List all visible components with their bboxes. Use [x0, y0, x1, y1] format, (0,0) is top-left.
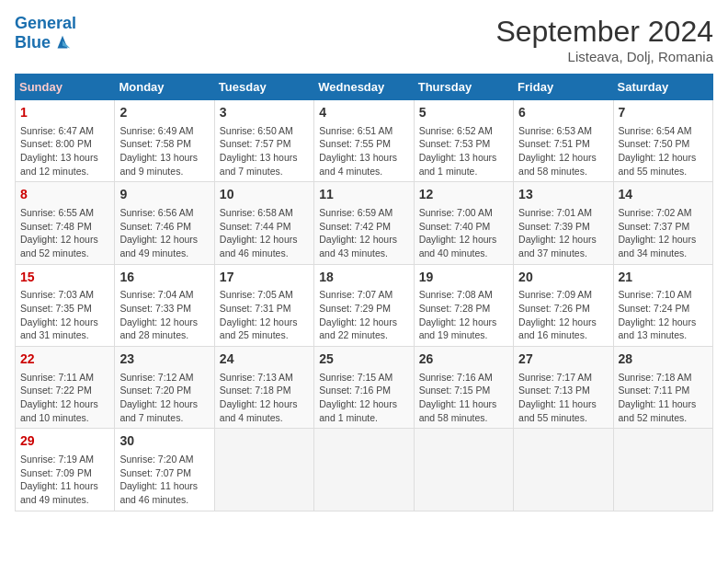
day-cell-22: 22Sunrise: 7:11 AMSunset: 7:22 PMDayligh…: [16, 347, 115, 429]
day-info: Sunrise: 7:20 AMSunset: 7:07 PMDaylight:…: [119, 453, 209, 507]
title-area: September 2024 Listeava, Dolj, Romania: [495, 15, 713, 64]
day-info: Sunrise: 7:12 AMSunset: 7:20 PMDaylight:…: [119, 371, 209, 425]
day-number: 22: [20, 350, 109, 369]
day-cell-14: 14Sunrise: 7:02 AMSunset: 7:37 PMDayligh…: [613, 182, 712, 264]
day-cell-28: 28Sunrise: 7:18 AMSunset: 7:11 PMDayligh…: [613, 347, 712, 429]
day-number: 4: [319, 104, 408, 122]
header-sunday: Sunday: [16, 75, 115, 100]
day-cell-16: 16Sunrise: 7:04 AMSunset: 7:33 PMDayligh…: [115, 264, 214, 346]
day-cell-25: 25Sunrise: 7:15 AMSunset: 7:16 PMDayligh…: [314, 347, 414, 429]
day-number: 5: [419, 104, 508, 122]
empty-cell: [314, 429, 414, 511]
day-cell-11: 11Sunrise: 6:59 AMSunset: 7:42 PMDayligh…: [314, 182, 414, 264]
header-tuesday: Tuesday: [214, 75, 313, 100]
day-cell-5: 5Sunrise: 6:52 AMSunset: 7:53 PMDaylight…: [414, 100, 513, 182]
day-number: 7: [619, 104, 708, 122]
day-number: 30: [119, 432, 209, 451]
day-info: Sunrise: 7:01 AMSunset: 7:39 PMDaylight:…: [518, 206, 608, 260]
day-cell-12: 12Sunrise: 7:00 AMSunset: 7:40 PMDayligh…: [414, 182, 513, 264]
page-header: General Blue September 2024 Listeava, Do…: [15, 15, 713, 64]
day-info: Sunrise: 6:49 AMSunset: 7:58 PMDaylight:…: [119, 124, 209, 178]
day-cell-29: 29Sunrise: 7:19 AMSunset: 7:09 PMDayligh…: [16, 429, 115, 511]
day-info: Sunrise: 7:05 AMSunset: 7:31 PMDaylight:…: [220, 288, 309, 342]
day-number: 10: [220, 186, 309, 204]
day-cell-30: 30Sunrise: 7:20 AMSunset: 7:07 PMDayligh…: [115, 429, 214, 511]
day-info: Sunrise: 7:18 AMSunset: 7:11 PMDaylight:…: [619, 371, 708, 425]
day-number: 27: [518, 350, 608, 369]
day-info: Sunrise: 7:04 AMSunset: 7:33 PMDaylight:…: [119, 288, 209, 342]
day-cell-21: 21Sunrise: 7:10 AMSunset: 7:24 PMDayligh…: [613, 264, 712, 346]
day-info: Sunrise: 7:19 AMSunset: 7:09 PMDaylight:…: [20, 453, 109, 507]
day-cell-1: 1Sunrise: 6:47 AMSunset: 8:00 PMDaylight…: [16, 100, 115, 182]
day-cell-13: 13Sunrise: 7:01 AMSunset: 7:39 PMDayligh…: [514, 182, 613, 264]
day-cell-4: 4Sunrise: 6:51 AMSunset: 7:55 PMDaylight…: [314, 100, 414, 182]
day-number: 21: [619, 269, 708, 287]
day-info: Sunrise: 7:13 AMSunset: 7:18 PMDaylight:…: [220, 371, 309, 425]
day-cell-3: 3Sunrise: 6:50 AMSunset: 7:57 PMDaylight…: [214, 100, 313, 182]
day-cell-2: 2Sunrise: 6:49 AMSunset: 7:58 PMDaylight…: [115, 100, 214, 182]
day-number: 11: [319, 186, 408, 204]
week-row-1: 1Sunrise: 6:47 AMSunset: 8:00 PMDaylight…: [16, 100, 713, 182]
day-cell-18: 18Sunrise: 7:07 AMSunset: 7:29 PMDayligh…: [314, 264, 414, 346]
day-info: Sunrise: 6:59 AMSunset: 7:42 PMDaylight:…: [319, 206, 408, 260]
day-cell-19: 19Sunrise: 7:08 AMSunset: 7:28 PMDayligh…: [414, 264, 513, 346]
day-number: 13: [518, 186, 608, 204]
day-info: Sunrise: 7:09 AMSunset: 7:26 PMDaylight:…: [518, 288, 608, 342]
day-info: Sunrise: 7:10 AMSunset: 7:24 PMDaylight:…: [619, 288, 708, 342]
day-info: Sunrise: 6:51 AMSunset: 7:55 PMDaylight:…: [319, 124, 408, 178]
day-number: 9: [119, 186, 209, 204]
day-info: Sunrise: 7:03 AMSunset: 7:35 PMDaylight:…: [20, 288, 109, 342]
week-row-2: 8Sunrise: 6:55 AMSunset: 7:48 PMDaylight…: [16, 182, 713, 264]
day-number: 23: [119, 350, 209, 369]
day-cell-17: 17Sunrise: 7:05 AMSunset: 7:31 PMDayligh…: [214, 264, 313, 346]
day-number: 17: [220, 269, 309, 287]
day-info: Sunrise: 6:54 AMSunset: 7:50 PMDaylight:…: [619, 124, 708, 178]
day-info: Sunrise: 7:15 AMSunset: 7:16 PMDaylight:…: [319, 371, 408, 425]
week-row-3: 15Sunrise: 7:03 AMSunset: 7:35 PMDayligh…: [16, 264, 713, 346]
day-number: 26: [419, 350, 508, 369]
day-number: 28: [619, 350, 708, 369]
day-info: Sunrise: 6:47 AMSunset: 8:00 PMDaylight:…: [20, 124, 109, 178]
day-info: Sunrise: 7:02 AMSunset: 7:37 PMDaylight:…: [619, 206, 708, 260]
day-info: Sunrise: 6:50 AMSunset: 7:57 PMDaylight:…: [220, 124, 309, 178]
day-info: Sunrise: 7:07 AMSunset: 7:29 PMDaylight:…: [319, 288, 408, 342]
day-number: 20: [518, 269, 608, 287]
day-number: 18: [319, 269, 408, 287]
day-number: 12: [419, 186, 508, 204]
day-number: 3: [220, 104, 309, 122]
day-info: Sunrise: 7:11 AMSunset: 7:22 PMDaylight:…: [20, 371, 109, 425]
header-friday: Friday: [514, 75, 613, 100]
day-number: 15: [20, 269, 109, 287]
logo-text: General: [15, 15, 76, 33]
empty-cell: [214, 429, 313, 511]
header-wednesday: Wednesday: [314, 75, 414, 100]
day-info: Sunrise: 7:00 AMSunset: 7:40 PMDaylight:…: [419, 206, 508, 260]
logo: General Blue: [15, 15, 76, 53]
day-number: 8: [20, 186, 109, 204]
day-cell-8: 8Sunrise: 6:55 AMSunset: 7:48 PMDaylight…: [16, 182, 115, 264]
day-number: 29: [20, 432, 109, 451]
day-cell-15: 15Sunrise: 7:03 AMSunset: 7:35 PMDayligh…: [16, 264, 115, 346]
day-number: 16: [119, 269, 209, 287]
day-info: Sunrise: 6:56 AMSunset: 7:46 PMDaylight:…: [119, 206, 209, 260]
calendar-header-row: SundayMondayTuesdayWednesdayThursdayFrid…: [16, 75, 713, 100]
month-title: September 2024: [495, 15, 713, 49]
logo-text2: Blue: [15, 34, 51, 52]
day-cell-23: 23Sunrise: 7:12 AMSunset: 7:20 PMDayligh…: [115, 347, 214, 429]
empty-cell: [514, 429, 613, 511]
day-number: 2: [119, 104, 209, 122]
day-cell-27: 27Sunrise: 7:17 AMSunset: 7:13 PMDayligh…: [514, 347, 613, 429]
location-subtitle: Listeava, Dolj, Romania: [495, 49, 713, 64]
day-cell-10: 10Sunrise: 6:58 AMSunset: 7:44 PMDayligh…: [214, 182, 313, 264]
day-number: 6: [518, 104, 608, 122]
day-info: Sunrise: 7:17 AMSunset: 7:13 PMDaylight:…: [518, 371, 608, 425]
day-cell-9: 9Sunrise: 6:56 AMSunset: 7:46 PMDaylight…: [115, 182, 214, 264]
empty-cell: [613, 429, 712, 511]
day-number: 19: [419, 269, 508, 287]
day-cell-6: 6Sunrise: 6:53 AMSunset: 7:51 PMDaylight…: [514, 100, 613, 182]
empty-cell: [414, 429, 513, 511]
day-cell-20: 20Sunrise: 7:09 AMSunset: 7:26 PMDayligh…: [514, 264, 613, 346]
day-info: Sunrise: 7:08 AMSunset: 7:28 PMDaylight:…: [419, 288, 508, 342]
day-info: Sunrise: 6:55 AMSunset: 7:48 PMDaylight:…: [20, 206, 109, 260]
day-info: Sunrise: 7:16 AMSunset: 7:15 PMDaylight:…: [419, 371, 508, 425]
